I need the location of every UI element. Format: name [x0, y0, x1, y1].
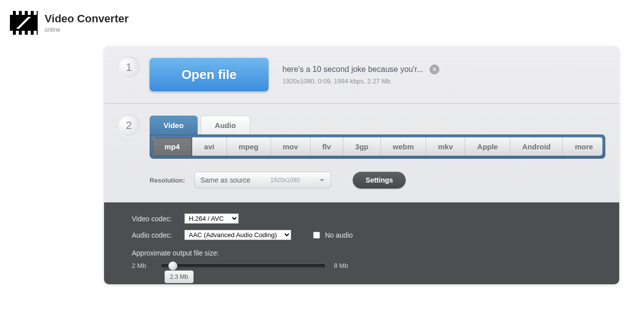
file-name: here's a 10 second joke because you'r... [282, 65, 424, 74]
format-avi[interactable]: avi [192, 137, 227, 156]
format-more-label: more [575, 142, 593, 151]
size-max: 8 Mb [334, 262, 355, 269]
size-value-badge: 2.3 Mb [164, 270, 194, 283]
audio-codec-label: Audio codec: [132, 231, 177, 239]
format-3gp[interactable]: 3gp [343, 137, 381, 156]
no-audio-checkbox[interactable] [313, 232, 320, 239]
output-size-title: Approximate output file size: [132, 249, 605, 257]
step-1-badge: 1 [118, 57, 140, 78]
no-audio-label: No audio [325, 231, 353, 239]
resolution-value: Same as source [201, 176, 251, 184]
size-slider-thumb[interactable]: 2.3 Mb [168, 261, 177, 270]
format-apple[interactable]: Apple [465, 137, 510, 156]
app-subtitle: online [45, 26, 129, 33]
resolution-row: Resolution: Same as source 1920x1080 Set… [150, 172, 605, 189]
format-webm[interactable]: webm [381, 137, 427, 156]
advanced-section: Video codec: H.264 / AVC Audio codec: AA… [104, 202, 619, 284]
tab-audio[interactable]: Audio [201, 116, 251, 134]
step-2-badge: 2 [118, 115, 140, 136]
format-mkv[interactable]: mkv [426, 137, 465, 156]
size-min: 2 Mb [132, 262, 153, 269]
remove-file-icon[interactable]: ✕ [429, 64, 439, 74]
video-codec-label: Video codec: [132, 215, 177, 223]
video-codec-select[interactable]: H.264 / AVC [184, 213, 239, 224]
size-slider[interactable]: 2.3 Mb [161, 264, 325, 267]
app-title: Video Converter [45, 12, 129, 25]
open-file-button[interactable]: Open file [150, 58, 268, 91]
format-android[interactable]: Android [510, 137, 563, 156]
app-logo [10, 11, 38, 35]
format-mp4[interactable]: mp4 [153, 137, 192, 156]
format-more[interactable]: more [563, 137, 602, 156]
format-mov[interactable]: mov [271, 137, 311, 156]
step-1-section: 1 Open file here's a 10 second joke beca… [104, 46, 619, 103]
brand-block: Video Converter online [45, 12, 129, 33]
media-tabs: Video Audio [150, 116, 605, 134]
chevron-down-icon [320, 179, 324, 182]
format-flv[interactable]: flv [311, 137, 344, 156]
main-panel: 1 Open file here's a 10 second joke beca… [104, 46, 619, 284]
output-size-section: Approximate output file size: 2 Mb 2.3 M… [132, 249, 605, 269]
app-header: Video Converter online [0, 0, 644, 46]
resolution-label: Resolution: [150, 177, 185, 184]
audio-codec-select[interactable]: AAC (Advanced Audio Coding) [184, 230, 291, 240]
settings-button[interactable]: Settings [353, 172, 406, 189]
file-meta: 1920x1080, 0:09, 1994 kbps, 2.27 Mb [282, 77, 605, 85]
step-2-section: 2 Video Audio mp4 avi mpeg mov flv 3gp w… [104, 103, 619, 202]
resolution-dim: 1920x1080 [270, 177, 300, 184]
tab-video[interactable]: Video [150, 116, 198, 134]
resolution-dropdown[interactable]: Same as source 1920x1080 [194, 172, 331, 189]
format-bar: mp4 avi mpeg mov flv 3gp webm mkv Apple … [150, 134, 605, 159]
format-mpeg[interactable]: mpeg [227, 137, 271, 156]
file-info: here's a 10 second joke because you'r...… [282, 64, 605, 85]
